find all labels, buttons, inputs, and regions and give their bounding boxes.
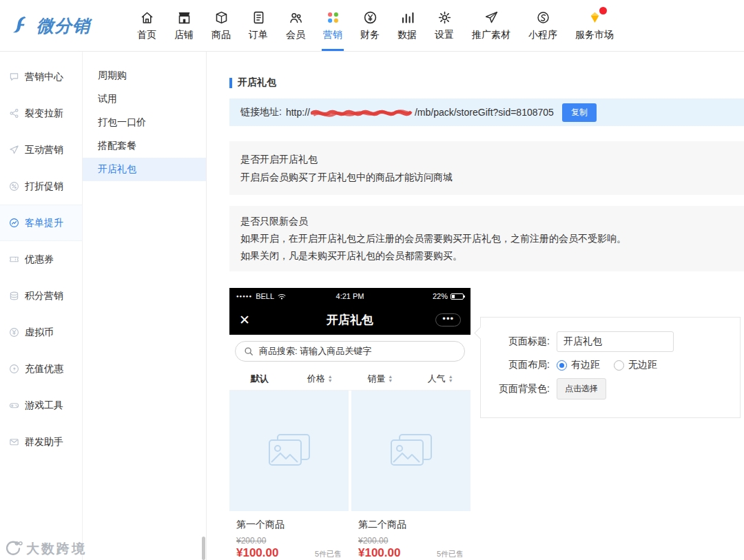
submenu-item-combo-package[interactable]: 搭配套餐 [83,134,206,158]
topnav-label: 营销 [323,29,342,41]
topnav-item-members[interactable]: 会员 [277,0,314,51]
search-placeholder-text: 商品搜索: 请输入商品关键字 [259,345,371,357]
layout-radio-padded[interactable]: 有边距 [557,359,600,371]
submenu-item-trial[interactable]: 试用 [83,87,206,111]
topnav-item-service-market[interactable]: 服务市场 [566,0,623,51]
sidebar-item-discount-promo[interactable]: 打折促销 [0,168,82,205]
product-sold-count: 5件已售 [315,549,342,559]
link-url-prefix: http:// [286,107,310,118]
send-icon [9,145,19,155]
sidebar-item-interactive-marketing[interactable]: 互动营销 [0,132,82,168]
image-placeholder-icon [389,432,434,470]
section-line: 如果开启，在开启开店礼包之后注册的会员需要购买开店礼包，之前注册的会员不受影响。 [240,230,733,247]
sort-tabs: 默认 价格 ▲▼ 销量 ▲▼ 人气 ▲▼ [229,368,471,391]
sidebar-item-recharge-deals[interactable]: 充值优惠 [0,351,82,387]
brand-logo: 微分销 [0,14,128,37]
sidebar-item-mass-messaging[interactable]: 群发助手 [0,424,82,460]
page-title-row: 开店礼包 [229,76,744,89]
secondary-sidebar: 周期购 试用 打包一口价 搭配套餐 开店礼包 [83,52,207,560]
tab-label: 人气 [428,373,446,385]
sidebar-item-fission-growth[interactable]: 裂变拉新 [0,95,82,132]
bg-color-select-button[interactable]: 点击选择 [557,378,606,400]
sort-arrows-icon: ▲▼ [448,375,453,383]
main-content: 开店礼包 链接地址: http:// /mb/pack/storeGift?si… [207,52,744,560]
topnav-item-marketing[interactable]: 营销 [314,0,351,51]
gear-icon [437,10,452,25]
topnav-label: 服务市场 [575,29,614,41]
miniprogram-icon [536,10,550,25]
topnav-label: 商品 [211,29,231,41]
tab-sales[interactable]: 销量 ▲▼ [350,373,411,385]
topnav-label: 首页 [137,29,156,41]
page-title-input[interactable] [557,331,674,352]
topnav-item-promo-materials[interactable]: 推广素材 [463,0,519,51]
topnav-item-home[interactable]: 首页 [128,0,165,51]
envelope-icon [9,437,19,447]
sidebar-item-points-marketing[interactable]: 积分营销 [0,278,82,314]
submenu-label: 搭配套餐 [98,140,136,152]
image-placeholder-icon [267,432,312,470]
submenu-label: 打包一口价 [98,116,146,129]
preview-row: ●●●●● BELL 4:21 PM 22% ✕ 开店礼包 ••• [229,288,744,560]
sidebar-item-label: 充值优惠 [25,363,63,375]
sidebar-item-virtual-currency[interactable]: 虚拟币 [0,314,82,351]
tab-popularity[interactable]: 人气 ▲▼ [411,373,471,385]
submenu-item-bundle-price[interactable]: 打包一口价 [83,111,206,134]
primary-sidebar: 营销中心 裂变拉新 互动营销 打折促销 客单提升 优惠券 积分营销 虚拟币 [0,52,83,560]
sort-arrows-icon: ▲▼ [388,375,393,383]
topnav-item-goods[interactable]: 商品 [203,0,240,51]
topnav-item-miniprogram[interactable]: 小程序 [519,0,566,51]
redacted-url-scribble [311,107,414,118]
brand-logo-icon [11,15,32,36]
paper-plane-icon [484,10,499,25]
product-grid: 第一个商品 ¥200.00 ¥100.00 5件已售 第二个商品 ¥200.00… [229,391,471,560]
main-layout: 营销中心 裂变拉新 互动营销 打折促销 客单提升 优惠券 积分营销 虚拟币 [0,52,744,560]
percent-icon [9,181,19,191]
product-search-input[interactable]: 商品搜索: 请输入商品关键字 [235,341,465,362]
topnav-item-data[interactable]: 数据 [389,0,426,51]
tab-price[interactable]: 价格 ▲▼ [290,373,351,385]
topnav-label: 设置 [435,29,454,41]
setting-row-page-background: 页面背景色: 点击选择 [481,378,740,400]
topnav-item-shop[interactable]: 店铺 [165,0,203,51]
product-image-placeholder [351,391,471,511]
layout-radio-no-padding[interactable]: 无边距 [614,359,657,371]
sidebar-item-coupons[interactable]: 优惠券 [0,241,82,278]
page-settings-panel: 页面标题: 页面布局: 有边距 无边距 [480,317,741,418]
copy-link-button[interactable]: 复制 [562,103,597,122]
chat-bubble-icon [9,72,19,82]
sidebar-item-label: 裂变拉新 [25,107,63,120]
gem-icon [588,10,602,25]
carrier-name: BELL [256,292,274,300]
scrollbar-thumb[interactable] [202,537,205,560]
submenu-item-store-gift-pack[interactable]: 开店礼包 [83,158,206,181]
sidebar-item-game-tools[interactable]: 游戏工具 [0,387,82,424]
phone-nav-bar: ✕ 开店礼包 ••• [229,304,471,335]
submenu-item-period-buy[interactable]: 周期购 [83,64,206,87]
topnav-item-settings[interactable]: 设置 [426,0,463,51]
battery-icon [451,293,464,300]
topnav-label: 小程序 [528,29,557,41]
share-nodes-icon [9,108,19,118]
topnav-label: 数据 [397,29,417,41]
close-icon[interactable]: ✕ [239,312,250,328]
product-card: 第二个商品 ¥200.00 ¥100.00 5件已售 [351,511,471,560]
tab-label: 销量 [367,373,385,385]
layout-radio-group: 有边距 无边距 [557,359,657,371]
link-address-bar: 链接地址: http:// /mb/pack/storeGift?sid=810… [229,98,744,126]
gamepad-icon [9,400,19,411]
topnav-item-finance[interactable]: 财务 [351,0,389,51]
battery-percent: 22% [433,292,448,300]
phone-status-bar: ●●●●● BELL 4:21 PM 22% [229,288,471,304]
topnav-label: 会员 [286,29,305,41]
top-navigation: 首页 店铺 商品 订单 会员 营销 财务 数据 [128,0,623,51]
product-name: 第二个商品 [358,519,464,531]
sidebar-item-marketing-center[interactable]: 营销中心 [0,59,82,95]
more-menu-icon[interactable]: ••• [435,313,461,326]
tab-label: 价格 [307,373,325,385]
sidebar-item-order-value-boost[interactable]: 客单提升 [0,205,82,241]
shop-icon [177,10,192,25]
tab-default[interactable]: 默认 [229,373,290,385]
topnav-item-orders[interactable]: 订单 [240,0,277,51]
tab-label: 默认 [251,373,269,385]
